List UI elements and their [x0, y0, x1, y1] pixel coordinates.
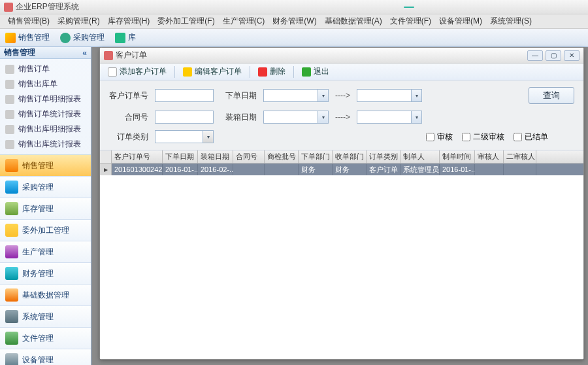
- finance-icon: [5, 267, 18, 280]
- check-audit2[interactable]: 二级审核: [462, 131, 504, 143]
- closed-label: 已结单: [525, 131, 548, 143]
- checkbox-group: 审核 二级审核 已结单: [426, 131, 548, 143]
- menu-inventory[interactable]: 库存管理(H): [104, 14, 154, 28]
- menu-purchase[interactable]: 采购管理(R): [54, 14, 104, 28]
- sale-icon: [5, 159, 18, 172]
- order-grid[interactable]: 客户订单号 下单日期 装箱日期 合同号 商检批号 下单部门 收单部门 订单类别 …: [100, 150, 583, 359]
- audit-checkbox[interactable]: [426, 133, 434, 141]
- filter-form: 客户订单号 下单日期 ▾ ----> ▾ 查询 合同号 装箱日期 ▾ ---->…: [100, 80, 583, 150]
- module-system[interactable]: 系统管理: [0, 306, 91, 328]
- module-outsource[interactable]: 委外加工管理: [0, 220, 91, 241]
- col-contract-no[interactable]: 合同号: [233, 150, 265, 163]
- tree-out-stat-report[interactable]: 销售出库统计报表: [0, 137, 91, 152]
- module-equipment[interactable]: 设备管理: [0, 349, 91, 365]
- col-order-type[interactable]: 订单类别: [367, 150, 400, 163]
- order-date-from[interactable]: ▾: [263, 89, 329, 102]
- menu-files[interactable]: 文件管理(F): [386, 14, 435, 28]
- audit2-label: 二级审核: [473, 131, 504, 143]
- check-audit[interactable]: 审核: [426, 131, 453, 143]
- collapse-icon[interactable]: «: [82, 48, 87, 58]
- tree-sales-order[interactable]: 销售订单: [0, 61, 91, 77]
- doc-icon: [5, 80, 14, 89]
- minimize-button[interactable]: —: [527, 50, 543, 61]
- tool-sales[interactable]: 销售管理: [0, 29, 55, 46]
- title-badge: [404, 7, 414, 8]
- menu-sales[interactable]: 销售管理(B): [4, 14, 54, 28]
- col-auditor[interactable]: 审核人: [475, 150, 504, 163]
- production-icon: [5, 245, 18, 258]
- arrow-separator: ---->: [335, 91, 350, 100]
- mdi-titlebar[interactable]: 客户订单 — ▢ ✕: [100, 48, 583, 63]
- menu-finance[interactable]: 财务管理(W): [269, 14, 320, 28]
- contract-no-input[interactable]: [155, 111, 214, 124]
- tree-order-detail-report[interactable]: 销售订单明细报表: [0, 92, 91, 107]
- cell-order-type: 客户订单: [367, 164, 400, 175]
- customer-order-window: 客户订单 — ▢ ✕ 添加客户订单 编辑客户订单 删除 退出 客户订单号: [99, 47, 584, 360]
- col-pack-date[interactable]: 装箱日期: [198, 150, 233, 163]
- closed-checkbox[interactable]: [514, 133, 522, 141]
- col-auditor2[interactable]: 二审核人: [504, 150, 536, 163]
- module-basedata[interactable]: 基础数据管理: [0, 285, 91, 306]
- table-row[interactable]: ▸ 201601300242 2016-01-... 2016-02-... 财…: [100, 164, 583, 175]
- module-label: 采购管理: [22, 182, 54, 193]
- col-make-time[interactable]: 制单时间: [440, 150, 475, 163]
- system-icon: [5, 310, 18, 323]
- module-files[interactable]: 文件管理: [0, 328, 91, 349]
- row-indicator[interactable]: ▸: [100, 164, 112, 175]
- module-production[interactable]: 生产管理: [0, 241, 91, 263]
- label-order-no: 客户订单号: [109, 90, 148, 101]
- close-button[interactable]: ✕: [564, 50, 580, 61]
- menu-system[interactable]: 系统管理(S): [486, 14, 536, 28]
- tree-order-stat-report[interactable]: 销售订单统计报表: [0, 107, 91, 122]
- col-maker[interactable]: 制单人: [400, 150, 440, 163]
- order-date-to[interactable]: ▾: [357, 89, 422, 102]
- tree-out-detail-report[interactable]: 销售出库明细报表: [0, 122, 91, 137]
- module-purchase[interactable]: 采购管理: [0, 177, 91, 198]
- buy-icon: [5, 181, 18, 194]
- tool-purchase[interactable]: 采购管理: [55, 29, 110, 46]
- cell-pack-date: 2016-02-...: [198, 164, 233, 175]
- maximize-button[interactable]: ▢: [546, 50, 561, 61]
- module-inventory[interactable]: 库存管理: [0, 198, 91, 220]
- doc-icon: [5, 125, 14, 134]
- cell-inspect-no: [265, 164, 299, 175]
- menu-outsource[interactable]: 委外加工管理(F): [154, 14, 218, 28]
- search-button[interactable]: 查询: [529, 87, 574, 104]
- audit2-checkbox[interactable]: [462, 133, 470, 141]
- order-type-combo[interactable]: ▾: [155, 130, 214, 143]
- chevron-down-icon[interactable]: ▾: [203, 131, 213, 143]
- label-order-type: 订单类别: [109, 131, 148, 143]
- edit-order-label: 编辑客户订单: [195, 66, 242, 77]
- col-order-dept[interactable]: 下单部门: [299, 150, 333, 163]
- tree-sales-out[interactable]: 销售出库单: [0, 77, 91, 92]
- module-sales[interactable]: 销售管理: [0, 155, 91, 177]
- menu-equipment[interactable]: 设备管理(M): [435, 14, 486, 28]
- check-closed[interactable]: 已结单: [514, 131, 548, 143]
- col-order-no[interactable]: 客户订单号: [112, 150, 163, 163]
- col-recv-dept[interactable]: 收单部门: [333, 150, 367, 163]
- pencil-icon: [5, 33, 16, 43]
- chevron-down-icon[interactable]: ▾: [411, 90, 421, 101]
- chevron-down-icon[interactable]: ▾: [411, 111, 421, 123]
- pack-date-to[interactable]: ▾: [357, 111, 422, 124]
- app-title: 企业ERP管理系统: [16, 1, 79, 12]
- menu-production[interactable]: 生产管理(C): [219, 14, 269, 28]
- tree-label: 销售出库明细报表: [18, 124, 81, 135]
- menu-basedata[interactable]: 基础数据管理(A): [321, 14, 386, 28]
- tool-stock[interactable]: 库: [110, 29, 141, 46]
- edit-order-button[interactable]: 编辑客户订单: [179, 65, 246, 78]
- module-finance[interactable]: 财务管理: [0, 263, 91, 285]
- module-label: 设备管理: [22, 355, 54, 366]
- order-no-input[interactable]: [155, 89, 214, 102]
- col-order-date[interactable]: 下单日期: [163, 150, 198, 163]
- form-row-1: 客户订单号 下单日期 ▾ ----> ▾ 查询: [109, 87, 574, 104]
- pack-date-from[interactable]: ▾: [263, 111, 329, 124]
- chevron-down-icon[interactable]: ▾: [318, 111, 328, 123]
- col-inspect-no[interactable]: 商检批号: [265, 150, 299, 163]
- delete-button[interactable]: 删除: [254, 65, 289, 78]
- cell-order-dept: 财务: [299, 164, 333, 175]
- exit-button[interactable]: 退出: [298, 65, 333, 78]
- chevron-down-icon[interactable]: ▾: [318, 90, 328, 101]
- add-order-button[interactable]: 添加客户订单: [104, 65, 171, 78]
- sidebar-header: 销售管理 «: [0, 47, 91, 59]
